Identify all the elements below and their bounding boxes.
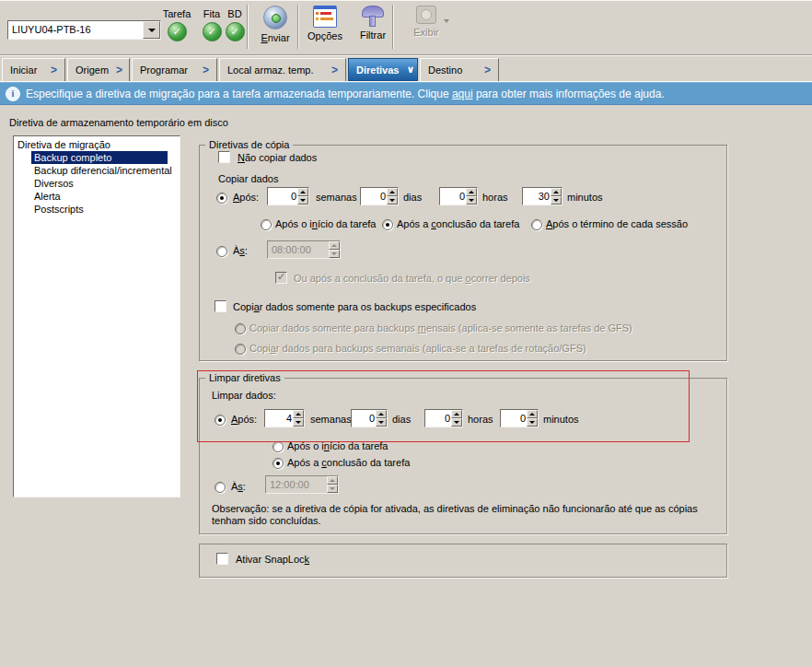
tab-origem[interactable]: Origem > [67, 58, 130, 81]
status-check-icon: ✓ [168, 22, 187, 41]
purge-policies-group-title: Limpar diretivas [205, 372, 284, 383]
spinner-up-button[interactable] [466, 188, 477, 196]
purge-minutes-spinner[interactable]: 0 [500, 409, 539, 427]
spinner-up-button[interactable] [293, 410, 304, 418]
spinner-up-button[interactable] [551, 188, 562, 196]
tree-root-migration-policy[interactable]: Diretiva de migração [15, 138, 179, 151]
copy-hours-spinner[interactable]: 0 [439, 187, 478, 205]
chevron-right-icon: > [51, 64, 57, 76]
copy-days-spinner[interactable]: 0 [360, 187, 399, 205]
tree-item-alerta[interactable]: Alerta [31, 190, 168, 203]
copy-after-label: Após: [233, 192, 259, 203]
copy-after-radio[interactable] [216, 193, 227, 204]
time-value[interactable]: 12:00:00 [266, 476, 327, 493]
spinner-value[interactable]: 0 [440, 188, 466, 205]
purge-after-radio[interactable] [215, 415, 226, 426]
spinner-down-button[interactable] [329, 250, 340, 258]
help-link[interactable]: aqui [452, 88, 473, 100]
spinner-down-button[interactable] [466, 196, 477, 205]
spinner-down-button[interactable] [551, 196, 562, 205]
spinner-up-button[interactable] [387, 188, 398, 196]
server-combo[interactable]: LIUYU04-PTB-16 [7, 20, 161, 40]
no-copy-checkbox[interactable] [218, 151, 230, 163]
tab-label: Origem [75, 64, 109, 76]
tree-item-diversos[interactable]: Diversos [31, 177, 168, 190]
copy-after-completion-label: Após a conclusão da tarefa [397, 218, 519, 229]
submit-button[interactable]: Enviar [252, 6, 298, 43]
spinner-up-button[interactable] [327, 476, 338, 485]
spinner-value[interactable]: 30 [523, 188, 551, 205]
spinner-down-button[interactable] [527, 418, 538, 427]
info-banner: i Especifique a diretiva de migração par… [0, 82, 812, 105]
spinner-up-button[interactable] [376, 410, 387, 418]
tree-item-backup-completo[interactable]: Backup completo [31, 151, 168, 164]
spinner-value[interactable]: 4 [265, 410, 293, 427]
migration-policy-tree[interactable]: Diretiva de migração Backup completo Bac… [13, 135, 180, 497]
copy-weekly-radio[interactable] [235, 344, 246, 355]
weeks-unit-label: semanas [316, 192, 357, 203]
spinner-value[interactable]: 0 [268, 188, 297, 205]
tab-programar[interactable]: Programar > [132, 58, 217, 81]
spinner-value[interactable]: 0 [352, 410, 376, 427]
hours-unit-label: horas [468, 414, 493, 425]
server-combo-value[interactable]: LIUYU04-PTB-16 [8, 21, 143, 39]
chevron-right-icon: > [331, 64, 338, 76]
copy-time-field[interactable]: 08:00:00 [267, 240, 341, 259]
copy-minutes-spinner[interactable]: 30 [522, 187, 563, 205]
info-text: Especifique a diretiva de migração para … [26, 88, 452, 100]
copy-after-session-radio[interactable] [531, 219, 542, 230]
options-button[interactable]: Opções [302, 6, 348, 41]
days-unit-label: dias [392, 414, 411, 425]
status-label: BD [221, 8, 249, 19]
copy-after-start-radio[interactable] [261, 219, 272, 230]
status-tarefa: Tarefa ✓ [158, 8, 195, 41]
tab-diretivas[interactable]: Diretivas ∨ [348, 58, 418, 81]
purge-after-completion-radio[interactable] [273, 458, 284, 469]
view-button[interactable]: Exibir [401, 6, 451, 38]
tab-iniciar[interactable]: Iniciar > [2, 58, 65, 81]
chevron-down-icon[interactable] [444, 19, 449, 23]
filter-button[interactable]: Filtrar [350, 6, 396, 41]
spinner-up-button[interactable] [527, 410, 538, 418]
copy-after-completion-radio[interactable] [382, 219, 393, 230]
spinner-up-button[interactable] [297, 188, 308, 196]
spinner-value[interactable]: 0 [501, 410, 527, 427]
copy-weeks-spinner[interactable]: 0 [267, 187, 309, 205]
spinner-down-button[interactable] [297, 196, 308, 205]
spinner-up-button[interactable] [451, 410, 462, 418]
spinner-value[interactable]: 0 [425, 410, 451, 427]
tab-label: Local armaz. temp. [227, 64, 314, 76]
purge-days-spinner[interactable]: 0 [351, 409, 388, 427]
tree-item-postscripts[interactable]: Postscripts [31, 203, 168, 216]
or-after-completion-label: Ou após a conclusão da tarefa, o que oco… [294, 273, 530, 284]
purge-after-start-radio[interactable] [273, 441, 284, 452]
purge-at-radio[interactable] [215, 482, 226, 493]
copy-monthly-radio[interactable] [235, 323, 246, 334]
purge-hours-spinner[interactable]: 0 [424, 409, 463, 427]
purge-weeks-spinner[interactable]: 4 [264, 409, 305, 427]
toolbar-separator [247, 5, 249, 49]
purge-at-label: Às: [231, 481, 246, 492]
purge-time-field[interactable]: 12:00:00 [265, 475, 339, 494]
spinner-up-button[interactable] [329, 241, 340, 250]
spinner-down-button[interactable] [451, 418, 462, 427]
tab-local-armaz-temp[interactable]: Local armaz. temp. > [219, 58, 346, 81]
spinner-down-button[interactable] [387, 196, 398, 205]
spinner-down-button[interactable] [293, 418, 304, 427]
status-check-icon: ✓ [203, 22, 222, 41]
no-copy-label: Não copiar dados [238, 152, 317, 163]
copy-at-radio[interactable] [216, 246, 227, 257]
spinner-down-button[interactable] [327, 485, 338, 493]
or-after-completion-checkbox[interactable]: ✓ [275, 272, 287, 284]
minutes-unit-label: minutos [543, 414, 579, 425]
spinner-value[interactable]: 0 [361, 188, 387, 205]
snaplock-checkbox[interactable] [216, 553, 228, 565]
time-value[interactable]: 08:00:00 [268, 241, 329, 258]
check-mark-icon: ✓ [277, 271, 285, 283]
tree-item-backup-diferencial[interactable]: Backup diferencial/incremental [31, 164, 168, 177]
copy-only-specified-checkbox[interactable] [215, 300, 226, 312]
spinner-down-button[interactable] [376, 418, 387, 427]
tab-destino[interactable]: Destino > [420, 58, 499, 81]
chevron-down-icon: ∨ [406, 64, 414, 76]
options-icon [313, 6, 337, 28]
